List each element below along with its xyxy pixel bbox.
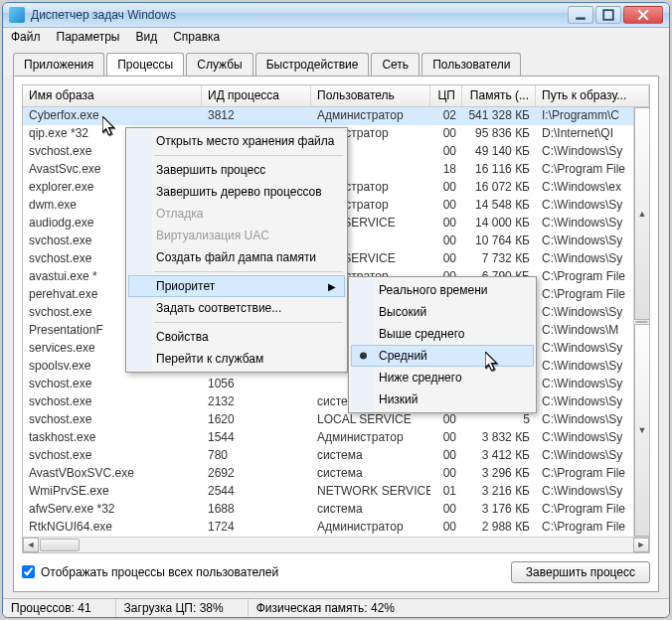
cell-cpu: 00 (430, 250, 462, 268)
minimize-button[interactable] (568, 6, 593, 24)
cell-mem: 3 176 КБ (462, 501, 536, 519)
tab-processes[interactable]: Процессы (106, 53, 184, 76)
table-row[interactable]: Cyberfox.exe3812Администратор02541 328 К… (23, 107, 649, 125)
priority-high[interactable]: Высокий (351, 301, 534, 323)
priority-below-normal[interactable]: Ниже среднего (351, 367, 534, 388)
cell-path: C:\Windows\Sy (536, 232, 649, 250)
cell-pid: 1620 (202, 411, 311, 429)
table-row[interactable]: WmiPrvSE.exe2544NETWORK SERVICE013 216 К… (23, 483, 649, 501)
col-user[interactable]: Пользователь (311, 85, 430, 106)
cell-path: C:\Windows\Sy (536, 447, 649, 465)
tab-applications[interactable]: Приложения (13, 53, 104, 76)
cell-path: C:\Windows\Sy (536, 411, 649, 429)
cell-path: C:\Program File (536, 286, 649, 304)
cell-user: NETWORK SERVICE (311, 483, 430, 501)
radio-selected-icon (360, 353, 367, 360)
menu-end-process[interactable]: Завершить процесс (128, 159, 345, 181)
table-row[interactable]: taskhost.exe1544Администратор003 832 КБC… (23, 429, 649, 447)
cell-path: C:\Program File (536, 501, 649, 519)
cell-image: RtkNGUI64.exe (23, 519, 202, 537)
cell-cpu: 00 (430, 179, 462, 197)
col-cpu[interactable]: ЦП (430, 85, 462, 106)
cell-pid: 2132 (202, 393, 311, 411)
status-bar: Процессов: 41 Загрузка ЦП: 38% Физическа… (3, 598, 669, 617)
menu-priority[interactable]: Приоритет ▶ (128, 275, 345, 297)
col-path[interactable]: Путь к образу... (536, 85, 649, 106)
cell-mem: 5 (462, 411, 536, 429)
cell-path: C:\Windows\Sy (536, 215, 649, 232)
menu-view[interactable]: Вид (135, 30, 157, 44)
menu-end-tree[interactable]: Завершить дерево процессов (128, 181, 345, 203)
cell-cpu: 00 (430, 143, 462, 161)
scroll-right-icon[interactable]: ► (633, 538, 649, 552)
col-memory[interactable]: Память (... (462, 85, 536, 106)
scroll-thumb[interactable] (635, 321, 648, 323)
table-row[interactable]: afwServ.exe *321688система003 176 КБC:\P… (23, 501, 649, 519)
table-row[interactable]: RtkNGUI64.exe1724Администратор002 988 КБ… (23, 519, 649, 537)
priority-low[interactable]: Низкий (351, 388, 534, 410)
table-row[interactable]: svchost.exe1620LOCAL SERVICE005C:\Window… (23, 411, 649, 429)
cell-cpu: 00 (430, 429, 462, 447)
menu-help[interactable]: Справка (173, 30, 220, 44)
menu-options[interactable]: Параметры (57, 30, 120, 44)
list-header: Имя образа ИД процесса Пользователь ЦП П… (23, 85, 649, 107)
menu-affinity[interactable]: Задать соответствие... (128, 297, 345, 319)
tab-users[interactable]: Пользователи (421, 53, 521, 76)
cell-user: Администратор (311, 519, 430, 537)
menu-file[interactable]: Файл (11, 30, 41, 44)
window-title: Диспетчер задач Windows (31, 8, 568, 22)
cell-cpu: 00 (430, 411, 462, 429)
priority-normal[interactable]: Средний (351, 345, 534, 367)
menu-debug: Отладка (128, 203, 345, 225)
menu-dump[interactable]: Создать файл дампа памяти (128, 246, 345, 268)
table-row[interactable]: svchost.exe10565C:\Windows\Sy (23, 376, 649, 393)
col-image[interactable]: Имя образа (23, 85, 202, 106)
vertical-scrollbar[interactable]: ▲ ▼ (633, 107, 649, 537)
table-row[interactable]: svchost.exe2132система005C:\Windows\Sy (23, 393, 649, 411)
tab-performance[interactable]: Быстродействие (255, 53, 370, 76)
cell-cpu: 02 (430, 107, 462, 125)
priority-realtime[interactable]: Реального времени (351, 279, 534, 301)
cell-pid: 1688 (202, 501, 311, 519)
cell-mem: 3 216 КБ (462, 483, 536, 501)
horizontal-scrollbar[interactable]: ◄ ► (23, 537, 649, 552)
svg-rect-0 (576, 17, 586, 19)
cell-pid: 1056 (202, 376, 311, 393)
cell-cpu: 00 (430, 501, 462, 519)
table-row[interactable]: svchost.exe780система003 412 КБC:\Window… (23, 447, 649, 465)
cell-path: I:\Programm\C (536, 107, 649, 125)
menu-properties[interactable]: Свойства (128, 326, 345, 348)
table-row[interactable]: AvastVBoxSVC.exe2692система003 296 КБC:\… (23, 465, 649, 483)
cell-pid: 2544 (202, 483, 311, 501)
scroll-up-icon[interactable]: ▲ (634, 107, 650, 320)
maximize-button[interactable] (595, 6, 621, 24)
cell-path: C:\Windows\Sy (536, 143, 649, 161)
scroll-thumb[interactable] (40, 539, 80, 551)
end-process-button[interactable]: Завершить процесс (511, 561, 650, 583)
cell-mem: 10 764 КБ (462, 232, 536, 250)
titlebar[interactable]: Диспетчер задач Windows (3, 3, 669, 28)
cell-path: C:\Windows\Sy (536, 304, 649, 322)
menu-goto-services[interactable]: Перейти к службам (128, 348, 345, 370)
cell-image: svchost.exe (23, 447, 202, 465)
menu-open-location[interactable]: Открыть место хранения файла (128, 130, 345, 152)
priority-above-normal[interactable]: Выше среднего (351, 323, 534, 345)
cell-path: C:\Windows\Sy (536, 197, 649, 215)
cell-mem: 3 412 КБ (462, 447, 536, 465)
cell-user: система (311, 465, 430, 483)
tab-services[interactable]: Службы (186, 53, 252, 76)
cell-path: C:\Windows\Sy (536, 376, 649, 393)
cell-mem: 14 000 КБ (462, 215, 536, 232)
cell-image: svchost.exe (23, 393, 202, 411)
scroll-down-icon[interactable]: ▼ (634, 324, 650, 537)
show-all-users-checkbox[interactable]: Отображать процессы всех пользователей (22, 565, 278, 579)
cell-pid: 1724 (202, 519, 311, 537)
col-pid[interactable]: ИД процесса (202, 85, 311, 106)
cell-pid: 2692 (202, 465, 311, 483)
show-all-users-input[interactable] (22, 565, 35, 578)
tab-network[interactable]: Сеть (371, 53, 420, 76)
cell-user: система (311, 501, 430, 519)
cell-image: afwServ.exe *32 (23, 501, 202, 519)
close-button[interactable] (623, 6, 663, 24)
scroll-left-icon[interactable]: ◄ (23, 538, 39, 552)
